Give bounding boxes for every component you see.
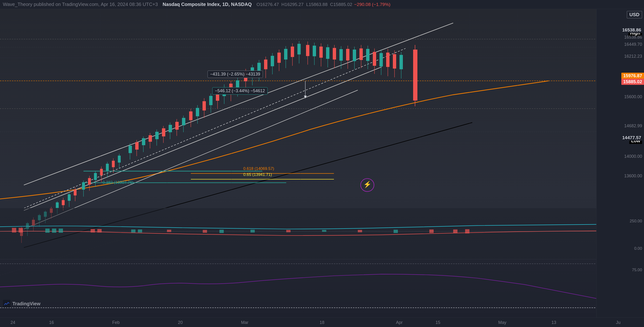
svg-rect-146	[45, 229, 50, 233]
svg-rect-135	[393, 54, 396, 68]
svg-rect-75	[189, 111, 192, 120]
svg-rect-153	[167, 230, 171, 232]
svg-rect-41	[74, 190, 76, 195]
svg-rect-129	[373, 52, 376, 66]
svg-rect-161	[429, 230, 434, 233]
current-price: 15885.02	[621, 79, 644, 85]
svg-rect-149	[91, 229, 95, 233]
price-axis: USD High 16538.86 16538.86 16449.70 1621…	[596, 9, 644, 318]
svg-rect-147	[52, 229, 56, 233]
svg-rect-123	[353, 49, 356, 61]
svg-rect-67	[162, 128, 165, 136]
svg-rect-63	[148, 135, 152, 142]
level-0: 0.00	[634, 246, 642, 251]
time-label-24: 24	[10, 320, 15, 325]
low-price: 14477.57	[621, 135, 642, 141]
svg-rect-109	[306, 45, 309, 56]
svg-rect-144	[12, 228, 16, 232]
svg-rect-125	[360, 48, 363, 60]
svg-rect-139	[413, 49, 418, 101]
svg-rect-51	[106, 164, 109, 171]
svg-rect-157	[286, 230, 290, 232]
level-250: 250.00	[630, 219, 642, 224]
svg-rect-151	[131, 230, 136, 233]
svg-rect-61	[142, 138, 145, 145]
svg-rect-71	[175, 122, 179, 130]
svg-rect-117	[333, 48, 336, 60]
fib-0382-label: 0.382 (13907.76)	[102, 180, 134, 185]
time-axis: 24 16 Feb 20 Mar 18 Apr 15 May 13 Ju	[0, 318, 644, 327]
svg-rect-73	[182, 118, 185, 125]
ohlc-open: O16276.47 H16295.27 L15863.88 C15885.02	[256, 2, 352, 7]
level-75: 75.00	[632, 268, 642, 273]
svg-rect-69	[169, 125, 172, 132]
fib-0618-label: 0.618 (14069.57)	[243, 166, 274, 171]
svg-rect-159	[358, 230, 362, 232]
currency-label: USD	[627, 11, 642, 18]
svg-rect-155	[220, 230, 224, 233]
tooltip-2: −546.12 (−3.44%) −54612	[212, 87, 268, 95]
svg-rect-99	[271, 56, 274, 66]
tradingview-logo: TradingView	[3, 300, 40, 308]
chart-header: Wave_Theory published on TradingView.com…	[0, 0, 644, 9]
svg-rect-145	[18, 228, 23, 232]
svg-rect-49	[100, 169, 103, 175]
tooltip-1: −431.39 (−2.65%) −43139	[208, 70, 263, 78]
chart-container: ⚡	[0, 9, 596, 318]
svg-text:⚡: ⚡	[363, 180, 372, 188]
svg-rect-57	[128, 146, 132, 153]
svg-rect-137	[400, 55, 403, 69]
svg-rect-148	[59, 229, 63, 233]
svg-rect-150	[97, 229, 102, 233]
svg-rect-77	[196, 108, 199, 116]
svg-rect-47	[94, 173, 97, 180]
svg-rect-101	[278, 53, 281, 63]
svg-rect-97	[264, 60, 268, 69]
svg-rect-121	[346, 49, 350, 60]
svg-rect-59	[135, 142, 138, 150]
svg-rect-131	[380, 53, 383, 66]
svg-rect-105	[291, 46, 294, 57]
svg-rect-55	[118, 156, 121, 163]
svg-rect-81	[209, 96, 212, 105]
svg-rect-37	[62, 200, 65, 205]
svg-rect-103	[284, 49, 288, 60]
svg-rect-39	[68, 194, 70, 201]
svg-rect-115	[326, 47, 330, 59]
svg-rect-35	[56, 202, 59, 208]
published-info: Wave_Theory published on TradingView.com…	[3, 2, 158, 7]
level-14000: 14000.00	[624, 154, 642, 159]
level-16212: 16212.23	[624, 54, 642, 59]
svg-rect-45	[88, 178, 91, 184]
svg-rect-133	[386, 53, 390, 67]
time-label-16: 16	[49, 320, 54, 325]
svg-rect-127	[366, 49, 370, 61]
symbol-info: Nasdaq Composite Index, 1D, NASDAQ	[163, 2, 252, 7]
time-label-mar: Mar	[241, 320, 248, 325]
svg-rect-53	[112, 161, 115, 167]
time-label-feb: Feb	[112, 320, 120, 325]
svg-rect-156	[250, 230, 255, 233]
svg-rect-111	[313, 45, 316, 56]
fib-065-label: 0.65 (13941.71)	[243, 172, 272, 177]
svg-rect-152	[138, 230, 142, 233]
time-label-13: 13	[552, 320, 556, 325]
svg-rect-79	[202, 101, 206, 111]
svg-rect-119	[340, 49, 343, 61]
level-15976: 15976.87	[621, 73, 644, 79]
time-label-18: 18	[320, 320, 324, 325]
time-label-15: 15	[436, 320, 440, 325]
high-price-1: 16538.86	[621, 27, 642, 33]
svg-rect-165	[0, 260, 596, 318]
time-label-ju: Ju	[616, 320, 620, 325]
svg-rect-113	[320, 46, 323, 58]
time-label-may: May	[498, 320, 506, 325]
time-label-20: 20	[178, 320, 183, 325]
chart-svg: ⚡	[0, 9, 596, 318]
level-13600: 13600.00	[624, 174, 642, 179]
level-15600: 15600.00	[624, 94, 642, 99]
svg-rect-107	[298, 44, 301, 54]
svg-rect-143	[0, 208, 596, 259]
svg-rect-177	[3, 300, 10, 308]
level-14682: 14682.99	[624, 123, 642, 128]
